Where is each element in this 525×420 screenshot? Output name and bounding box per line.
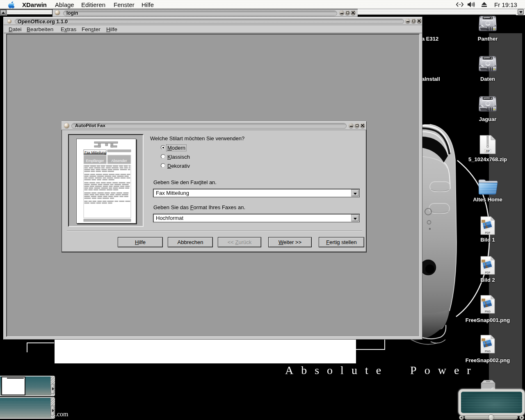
svg-text:Absender: Absender xyxy=(111,159,127,163)
svg-text:PNG: PNG xyxy=(485,310,491,313)
svg-text:PDF: PDF xyxy=(485,231,491,234)
svg-text:ZIP: ZIP xyxy=(486,150,490,153)
svg-text:PDF: PDF xyxy=(485,271,491,274)
svg-text:Empfänger: Empfänger xyxy=(86,159,104,163)
svg-text:Fax Mitteilung: Fax Mitteilung xyxy=(84,151,106,155)
svg-text:PNG: PNG xyxy=(485,350,491,353)
